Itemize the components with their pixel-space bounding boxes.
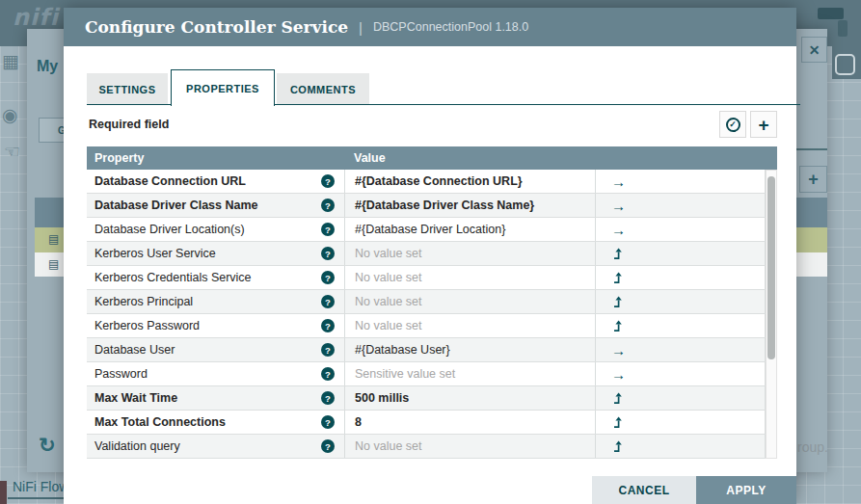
- properties-table-body: Database Connection URL?#{Database Conne…: [87, 170, 777, 459]
- configure-controller-service-dialog: Configure Controller Service | DBCPConne…: [64, 8, 796, 504]
- property-value-cell[interactable]: #{Database Connection URL}: [344, 170, 595, 193]
- navbar-widget: [818, 8, 844, 19]
- property-value-cell[interactable]: No value set: [344, 266, 595, 289]
- property-value-cell[interactable]: No value set: [344, 290, 595, 313]
- help-icon[interactable]: ?: [321, 199, 335, 212]
- goto-parameter-icon[interactable]: →: [611, 367, 626, 382]
- help-icon[interactable]: ?: [321, 391, 335, 405]
- property-value-cell[interactable]: No value set: [344, 314, 595, 337]
- convert-to-parameter-icon[interactable]: [611, 320, 623, 332]
- navigate-icon: ◉: [2, 106, 18, 124]
- help-icon[interactable]: ?: [321, 319, 335, 332]
- property-name: Database Driver Location(s): [94, 223, 245, 236]
- property-value-cell[interactable]: 500 millis: [344, 386, 595, 410]
- convert-to-parameter-icon[interactable]: [611, 440, 623, 453]
- property-name-cell: Max Wait Time?: [87, 386, 344, 410]
- property-row[interactable]: Kerberos User Service?No value set: [87, 242, 777, 266]
- scrollbar-thumb[interactable]: [767, 176, 775, 359]
- property-name: Validation query: [94, 439, 180, 453]
- property-value-cell[interactable]: #{Database Driver Location}: [344, 218, 595, 241]
- value-column-header: Value: [344, 151, 595, 165]
- dialog-header: Configure Controller Service | DBCPConne…: [64, 8, 796, 46]
- property-value-cell[interactable]: No value set: [344, 435, 595, 458]
- table-scrollbar[interactable]: [766, 170, 777, 459]
- property-value-cell[interactable]: #{Database Driver Class Name}: [344, 194, 595, 217]
- convert-to-parameter-icon[interactable]: [611, 416, 623, 429]
- verify-properties-button[interactable]: ✓: [719, 111, 746, 138]
- property-name: Max Wait Time: [94, 391, 177, 405]
- dialog-title: Configure Controller Service: [85, 17, 348, 37]
- goto-parameter-icon[interactable]: →: [611, 199, 626, 213]
- level-up-icon: [611, 272, 623, 284]
- help-icon[interactable]: ?: [321, 174, 335, 188]
- property-row[interactable]: Password?Sensitive value set→: [87, 362, 777, 386]
- property-value-cell[interactable]: #{Database User}: [344, 338, 595, 361]
- cancel-button[interactable]: CANCEL: [592, 476, 696, 504]
- convert-to-parameter-icon[interactable]: [611, 296, 623, 308]
- navbar-widget-small: [838, 20, 848, 37]
- property-row[interactable]: Max Wait Time?500 millis: [87, 386, 777, 411]
- property-value: 8: [355, 415, 362, 429]
- property-row[interactable]: Kerberos Principal?No value set: [87, 290, 777, 314]
- tab-comments[interactable]: COMMENTS: [277, 73, 369, 105]
- property-value-cell[interactable]: 8: [344, 411, 595, 434]
- behind-dialog-title-fragment: My: [37, 58, 58, 75]
- property-name: Kerberos User Service: [94, 247, 216, 260]
- help-icon[interactable]: ?: [321, 247, 335, 260]
- properties-table: Property Value Database Connection URL?#…: [87, 146, 777, 459]
- property-value: #{Database Connection URL}: [355, 174, 523, 188]
- help-icon[interactable]: ?: [321, 271, 335, 284]
- property-name-cell: Max Total Connections?: [87, 411, 344, 434]
- property-value: No value set: [355, 319, 421, 332]
- level-up-icon: [611, 416, 623, 429]
- help-icon[interactable]: ?: [321, 367, 335, 381]
- convert-to-parameter-icon[interactable]: [611, 272, 623, 284]
- help-icon[interactable]: ?: [321, 223, 335, 236]
- property-action-cell: →: [595, 218, 766, 241]
- property-name: Max Total Connections: [94, 415, 226, 429]
- tab-settings[interactable]: SETTINGS: [87, 73, 168, 105]
- goto-parameter-icon[interactable]: →: [611, 174, 626, 189]
- convert-to-parameter-icon[interactable]: [611, 392, 623, 405]
- property-name-cell: Kerberos Password?: [87, 314, 344, 337]
- nifi-logo: nifi: [13, 4, 59, 31]
- property-value: No value set: [355, 247, 421, 260]
- property-value-cell[interactable]: Sensitive value set: [344, 362, 595, 385]
- goto-parameter-icon[interactable]: →: [611, 343, 626, 358]
- dialog-tabs: SETTINGSPROPERTIESCOMMENTS: [87, 68, 800, 105]
- help-icon[interactable]: ?: [321, 295, 335, 308]
- property-row[interactable]: Validation query?No value set: [87, 435, 777, 459]
- property-action-cell: [595, 411, 766, 434]
- help-icon[interactable]: ?: [321, 343, 335, 357]
- property-action-cell: [595, 314, 766, 337]
- property-row[interactable]: Database User?#{Database User}→: [87, 338, 777, 362]
- property-row[interactable]: Database Driver Location(s)?#{Database D…: [87, 218, 777, 242]
- convert-to-parameter-icon[interactable]: [611, 248, 623, 260]
- property-value: #{Database Driver Location}: [355, 223, 505, 236]
- property-row[interactable]: Database Driver Class Name?#{Database Dr…: [87, 194, 777, 218]
- breadcrumb[interactable]: NiFi Flow: [13, 479, 68, 494]
- level-up-icon: [611, 320, 623, 332]
- birdseye-icon: ▦: [2, 52, 19, 70]
- property-action-cell: →: [595, 362, 766, 385]
- property-row[interactable]: Database Connection URL?#{Database Conne…: [87, 170, 777, 194]
- property-row[interactable]: Max Total Connections?8: [87, 411, 777, 435]
- property-name-cell: Kerberos User Service?: [87, 242, 344, 265]
- level-up-icon: [611, 248, 623, 260]
- property-row[interactable]: Kerberos Credentials Service?No value se…: [87, 266, 777, 290]
- book-icon: ▤: [48, 233, 59, 245]
- help-icon[interactable]: ?: [321, 415, 335, 429]
- property-name-cell: Password?: [87, 362, 344, 385]
- tab-properties[interactable]: PROPERTIES: [171, 69, 275, 106]
- book-icon: ▤: [48, 258, 59, 270]
- property-name-cell: Database Driver Location(s)?: [87, 218, 344, 241]
- add-property-button[interactable]: +: [750, 111, 777, 138]
- property-row[interactable]: Kerberos Password?No value set: [87, 314, 777, 338]
- property-value: No value set: [355, 439, 421, 453]
- goto-parameter-icon[interactable]: →: [611, 223, 626, 237]
- property-value-cell[interactable]: No value set: [344, 242, 595, 265]
- help-icon[interactable]: ?: [321, 439, 335, 453]
- property-value: Sensitive value set: [355, 367, 455, 381]
- apply-button[interactable]: APPLY: [696, 476, 796, 504]
- property-value: No value set: [355, 295, 421, 308]
